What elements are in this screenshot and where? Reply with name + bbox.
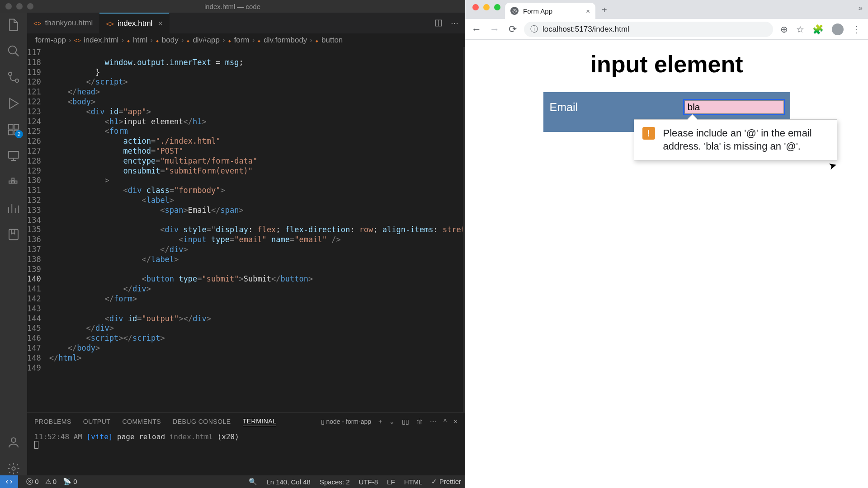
extensions-icon[interactable]: 2 xyxy=(7,123,20,136)
minimize-dot[interactable] xyxy=(16,3,23,9)
chrome-menu-icon[interactable]: ⋮ xyxy=(852,24,861,35)
terminal-cursor xyxy=(34,441,38,449)
svg-point-1 xyxy=(9,72,12,76)
email-input[interactable] xyxy=(684,100,784,114)
zoom-icon[interactable]: ⊕ xyxy=(780,24,788,35)
account-icon[interactable] xyxy=(7,436,20,449)
editor-tabs: <> thankyou.html <> index.html × ⋯ xyxy=(27,13,465,33)
code-editor[interactable]: 1171181191201211221231241251261271281291… xyxy=(27,47,465,412)
remote-indicator[interactable] xyxy=(0,475,18,488)
extensions-puzzle-icon[interactable]: 🧩 xyxy=(812,24,824,35)
search-icon[interactable] xyxy=(7,44,20,58)
back-button[interactable]: ← xyxy=(470,23,483,35)
close-panel-icon[interactable]: × xyxy=(454,418,458,425)
status-warnings[interactable]: ⚠ 0 xyxy=(45,478,57,486)
panel-tab-output[interactable]: OUTPUT xyxy=(83,418,111,425)
bookmark-star-icon[interactable]: ☆ xyxy=(796,24,804,35)
favicon-icon: ◎ xyxy=(510,7,519,15)
close-tab-icon[interactable]: × xyxy=(158,19,163,28)
tag-icon: ⬥ xyxy=(228,37,231,44)
expand-tabs-icon[interactable]: » xyxy=(859,4,863,13)
status-indent[interactable]: Spaces: 2 xyxy=(320,478,350,486)
terminal-dropdown-icon[interactable]: ⌄ xyxy=(389,418,395,425)
split-editor-icon[interactable] xyxy=(434,19,443,27)
remote-explorer-icon[interactable] xyxy=(7,149,20,163)
tab-title: Form App xyxy=(523,7,552,15)
tooltip-text: Please include an '@' in the email addre… xyxy=(663,127,829,153)
svg-rect-7 xyxy=(9,151,19,158)
chrome-window: ◎ Form App × + » ← → ⟳ ⓘ localhost:5173/… xyxy=(465,0,868,488)
vscode-titlebar: index.html — code xyxy=(0,0,465,13)
panel-tab-problems[interactable]: PROBLEMS xyxy=(34,418,71,425)
tab-thankyou[interactable]: <> thankyou.html xyxy=(27,13,99,33)
split-terminal-icon[interactable]: ▯▯ xyxy=(402,418,409,425)
terminal-output[interactable]: 11:52:48 AM [vite] page reload index.htm… xyxy=(27,431,465,475)
tag-icon: ⬥ xyxy=(156,37,159,44)
svg-rect-4 xyxy=(14,125,19,129)
address-bar[interactable]: ⓘ localhost:5173/index.html xyxy=(524,22,773,37)
maximize-panel-icon[interactable]: ^ xyxy=(443,418,447,425)
status-cursor[interactable]: Ln 140, Col 48 xyxy=(266,478,311,486)
page-content: input element Email ! Please include an … xyxy=(465,40,868,488)
tag-icon: ⬥ xyxy=(186,37,190,44)
url-text: localhost:5173/index.html xyxy=(542,25,629,34)
zoom-dot[interactable] xyxy=(494,4,500,10)
graph-icon[interactable] xyxy=(7,202,20,215)
browser-tab[interactable]: ◎ Form App × xyxy=(505,3,595,19)
svg-rect-5 xyxy=(9,130,13,135)
breadcrumbs[interactable]: form-app› <>index.html› ⬥html› ⬥body› ⬥d… xyxy=(27,33,465,47)
more-icon[interactable]: ⋯ xyxy=(451,19,458,28)
new-terminal-icon[interactable]: + xyxy=(378,418,382,425)
code-content[interactable]: window.output.innerText = msg; } </scrip… xyxy=(49,47,465,412)
tab-label: index.html xyxy=(118,19,152,28)
status-ports[interactable]: 📡 0 xyxy=(63,478,77,486)
zoom-dot[interactable] xyxy=(27,3,33,9)
status-errors[interactable]: ⓧ 0 xyxy=(26,478,39,486)
svg-rect-12 xyxy=(9,230,18,240)
window-controls[interactable] xyxy=(0,3,33,9)
site-info-icon[interactable]: ⓘ xyxy=(530,24,538,34)
line-gutter: 1171181191201211221231241251261271281291… xyxy=(27,47,49,412)
bookmark-icon[interactable] xyxy=(7,228,20,241)
tag-icon: ⬥ xyxy=(257,37,261,44)
close-dot[interactable] xyxy=(5,3,12,9)
forward-button[interactable]: → xyxy=(488,23,501,35)
svg-rect-10 xyxy=(15,181,17,183)
profile-avatar[interactable] xyxy=(832,23,844,35)
extensions-badge: 2 xyxy=(15,130,23,138)
more-icon[interactable]: ⋯ xyxy=(430,418,436,425)
kill-terminal-icon[interactable]: 🗑 xyxy=(416,418,423,425)
svg-point-0 xyxy=(9,46,17,54)
warning-icon: ! xyxy=(642,127,655,140)
reload-button[interactable]: ⟳ xyxy=(506,23,519,35)
panel-tab-comments[interactable]: COMMENTS xyxy=(122,418,161,425)
window-title: index.html — code xyxy=(204,3,260,10)
close-dot[interactable] xyxy=(472,4,479,10)
settings-gear-icon[interactable] xyxy=(7,462,20,475)
page-heading: input element xyxy=(465,51,868,78)
minimap[interactable] xyxy=(463,47,465,412)
window-controls[interactable] xyxy=(470,4,505,15)
panel-tab-terminal[interactable]: TERMINAL xyxy=(243,418,277,426)
status-eol[interactable]: LF xyxy=(387,478,395,486)
new-tab-button[interactable]: + xyxy=(595,5,613,19)
status-encoding[interactable]: UTF-8 xyxy=(359,478,378,486)
svg-rect-8 xyxy=(9,181,11,183)
tag-icon: ⬥ xyxy=(127,37,130,44)
html-file-icon: <> xyxy=(74,37,81,44)
status-language[interactable]: HTML xyxy=(404,478,423,486)
docker-icon[interactable] xyxy=(7,175,20,189)
svg-point-13 xyxy=(11,438,16,442)
svg-point-2 xyxy=(15,79,19,83)
status-search-icon[interactable]: 🔍 xyxy=(249,478,257,486)
source-control-icon[interactable] xyxy=(7,70,20,84)
close-tab-icon[interactable]: × xyxy=(586,7,590,15)
minimize-dot[interactable] xyxy=(483,4,490,10)
status-formatter[interactable]: ✓ Prettier xyxy=(431,478,461,486)
run-debug-icon[interactable] xyxy=(7,97,20,110)
html-file-icon: <> xyxy=(106,20,114,28)
panel-tab-debug[interactable]: DEBUG CONSOLE xyxy=(173,418,231,425)
terminal-task-icon[interactable]: ▯ node - form-app xyxy=(321,418,372,425)
explorer-icon[interactable] xyxy=(7,18,20,32)
tab-index[interactable]: <> index.html × xyxy=(99,13,170,33)
